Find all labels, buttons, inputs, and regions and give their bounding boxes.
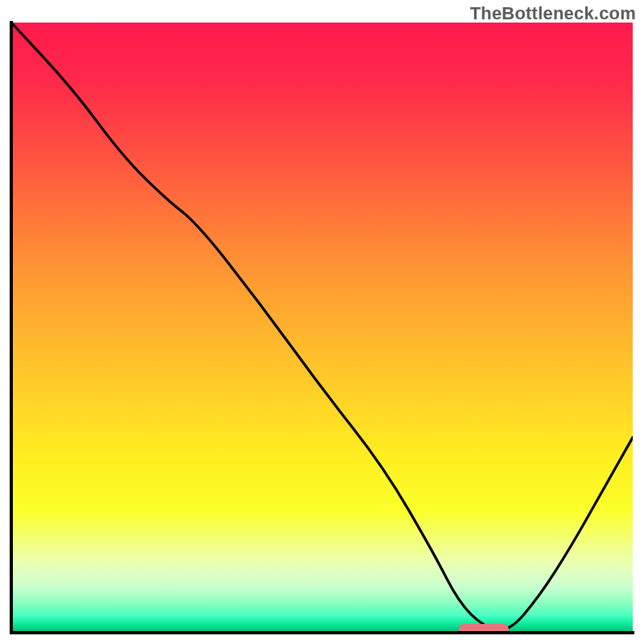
plot-area — [11, 23, 633, 633]
chart-container: TheBottleneck.com — [0, 0, 644, 644]
bottleneck-curve — [11, 23, 633, 633]
watermark-text: TheBottleneck.com — [470, 3, 636, 24]
optimal-marker — [459, 624, 509, 635]
